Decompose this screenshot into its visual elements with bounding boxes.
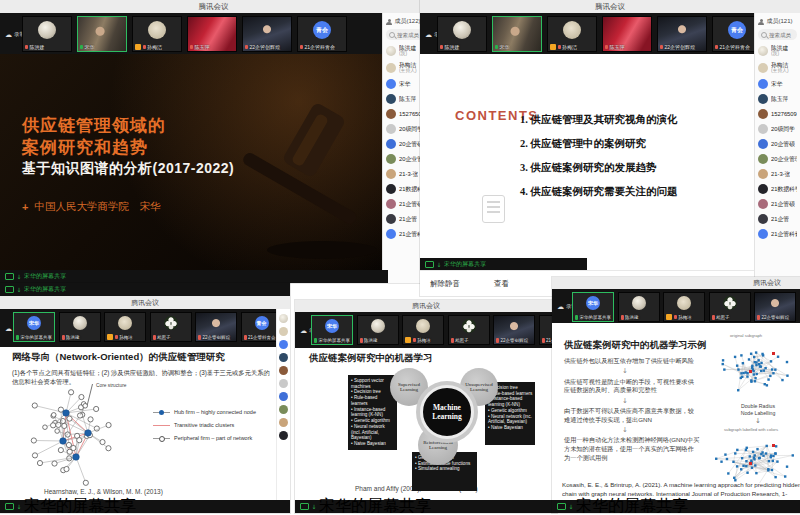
meeting-window-contents: 腾讯会议 ☁ 录制中 陈洪建 (420, 0, 800, 296)
participant-video-tile[interactable]: 相思子 (150, 312, 192, 342)
avatar (386, 124, 396, 134)
member-search[interactable] (386, 29, 424, 40)
cover-title-line1: 供应链管理领域的 (22, 114, 166, 137)
screen-icon (5, 286, 14, 293)
participant-video-tile[interactable]: 宋华 宋华的屏幕共享 (13, 312, 55, 342)
participant-row[interactable]: 21企管 (755, 211, 800, 226)
participant-video-tile[interactable]: 22企管创辉煌 (195, 312, 237, 342)
participant-video-tile[interactable]: 孙梅洁 (402, 315, 444, 345)
avatar (758, 109, 768, 119)
member-search[interactable] (758, 29, 797, 40)
participant-row[interactable]: 20企管硕 (755, 136, 800, 151)
participant-video-tile[interactable]: 宋华 (492, 16, 542, 52)
supply-network-diagram (8, 383, 158, 497)
participant-panel: 成员(121) 陈洪建(我) 孙梅洁(主持人) 宋华 (754, 13, 800, 296)
participant-video-tile[interactable]: 孙梅洁 (663, 292, 705, 322)
participant-row[interactable]: 21数据科学 (755, 181, 800, 196)
avatar (386, 229, 396, 239)
mic-icon (605, 45, 608, 50)
avatar (148, 21, 166, 39)
video-tiles: 陈洪建 宋华 孙 (22, 16, 352, 52)
participant-row[interactable]: 宋华 (755, 76, 800, 91)
person-icon (386, 19, 392, 25)
participant-video-tile[interactable]: 22企管创辉煌 (242, 16, 292, 52)
participant-row[interactable]: 21企管科青会 (755, 226, 800, 241)
participant-row[interactable]: 陈洪建(我) (755, 42, 800, 59)
participant-row[interactable]: 陈玉萍 (755, 91, 800, 106)
tile-name-label: 21企管科青会 (300, 44, 345, 50)
participant-row[interactable]: 15276509 (755, 106, 800, 121)
participant-video-tile[interactable]: 相思子 (448, 315, 490, 345)
algorithm-item: Support vector machines (351, 378, 395, 389)
avatar (279, 392, 288, 401)
participant-video-tile[interactable]: 青会 21企管科青会 (297, 16, 347, 52)
tile-name-label: 陈玉萍 (605, 44, 650, 50)
video-tiles: 宋华 宋华的屏幕共享 陈洪建 (572, 292, 800, 322)
participant-row[interactable]: 20级同学 (755, 121, 800, 136)
network-legend: Hub firm – highly connected node Transit… (153, 409, 256, 441)
participant-video-tile[interactable]: 陈洪建 (357, 315, 399, 345)
search-input[interactable] (769, 32, 794, 38)
participant-video-tile[interactable]: 相思子 (709, 292, 751, 322)
unmute-button[interactable]: 解除静音 (430, 279, 460, 289)
screen-share-statusbar: ↓ 宋华的屏幕共享 (552, 500, 800, 513)
mic-icon (757, 315, 760, 320)
search-icon (389, 32, 395, 38)
avatar (386, 139, 396, 149)
participant-video-tile[interactable]: 陈洪建 (22, 16, 72, 52)
mic-icon (115, 335, 118, 340)
download-arrow-icon: ↓ (569, 504, 574, 510)
mic-icon (674, 315, 677, 320)
down-arrow-icon: ↓ (730, 417, 786, 426)
participant-video-tile[interactable]: 宋华 宋华的屏幕共享 (572, 292, 614, 322)
mic-icon (190, 45, 193, 50)
contents-item-2: 2. 供应链管理中的案例研究 (520, 137, 646, 151)
participant-row[interactable]: 孙梅洁(主持人) (755, 59, 800, 76)
avatar (677, 296, 691, 310)
participant-video-tile[interactable]: 22企管创辉煌 (493, 315, 535, 345)
participant-video-tile[interactable]: 陈洪建 (437, 16, 487, 52)
participant-video-tile[interactable]: 陈玉萍 (187, 16, 237, 52)
tile-name-label: 相思子 (153, 335, 190, 340)
mic-icon (153, 335, 156, 340)
participant-video-tile[interactable]: 陈洪建 (618, 292, 660, 322)
legend-row: Hub firm – highly connected node (153, 409, 256, 415)
algorithm-item: Neural network (inc. Artificial, Bayesia… (488, 414, 533, 425)
slide-title: 供应链案例研究中的机器学习示例 (564, 339, 707, 352)
participant-video-tile[interactable]: 孙梅洁 (132, 16, 182, 52)
mic-icon (198, 335, 201, 340)
avatar (371, 319, 385, 333)
tile-name-label: 陈洪建 (25, 44, 70, 50)
avatar (386, 79, 396, 89)
participant-video-tile[interactable]: 宋华 宋华的屏幕共享 (311, 315, 353, 345)
search-icon (761, 32, 767, 38)
participant-video-tile[interactable]: 宋华 (77, 16, 127, 52)
download-arrow-icon: ↓ (312, 504, 317, 510)
tile-name-label: 陈玉萍 (190, 44, 235, 50)
participant-video-tile[interactable]: 孙梅洁 (547, 16, 597, 52)
video-strip: ☁ 录制中 宋华 宋华的屏幕共享 (552, 289, 800, 323)
mic-icon (621, 315, 624, 320)
view-button[interactable]: 查看 (494, 279, 509, 289)
participant-video-tile[interactable]: 陈洪建 (59, 312, 101, 342)
participant-row[interactable]: 21企管硕 (755, 196, 800, 211)
search-input[interactable] (397, 32, 421, 38)
mic-icon (314, 338, 317, 343)
network-slide: 网络导向（Network-Oriented）的供应链管理研究 (1)各个节点之间… (0, 347, 278, 499)
original-subgraph (708, 339, 800, 399)
avatar (758, 139, 768, 149)
window-title: 腾讯会议 (0, 0, 427, 14)
participant-video-tile[interactable]: 陈玉萍 (602, 16, 652, 52)
participant-video-tile[interactable]: 22企管创辉煌 (754, 292, 796, 322)
tile-name-label: 陈洪建 (621, 315, 658, 320)
participant-row[interactable]: 20企业管理 (755, 151, 800, 166)
participant-video-tile[interactable]: 孙梅洁 (104, 312, 146, 342)
avatar (758, 79, 768, 89)
participant-row[interactable]: 21-3-张 (755, 166, 800, 181)
download-arrow-icon: ↓ (17, 274, 22, 280)
screen-icon (557, 503, 566, 510)
tile-name-label: 宋华 (80, 44, 125, 50)
algorithm-item: Naive Bayesian (351, 441, 395, 447)
participant-video-tile[interactable]: 22企管创辉煌 (657, 16, 707, 52)
down-arrow-icon: ↓ (622, 427, 700, 434)
